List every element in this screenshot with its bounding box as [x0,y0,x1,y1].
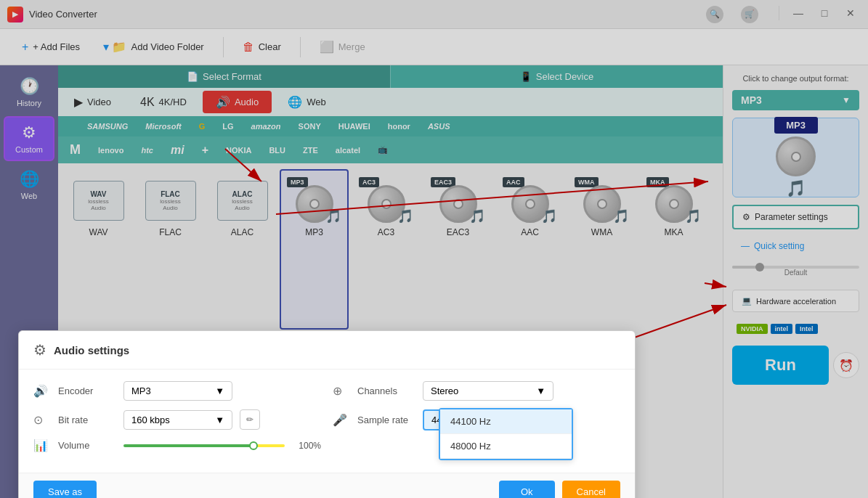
save-as-button[interactable]: Save as [33,481,97,498]
sample-rate-option-44100[interactable]: 44100 Hz [440,409,572,434]
encoder-label: Encoder [58,385,116,396]
modal-header: ⚙ Audio settings [19,331,635,370]
channels-value: Stereo [431,385,458,396]
cancel-button[interactable]: Cancel [562,481,620,498]
channels-arrow: ▼ [536,385,545,396]
encoder-row: 🔊 Encoder MP3 ▼ [33,381,321,401]
bitrate-arrow: ▼ [215,415,224,425]
channels-label: Channels [357,385,415,396]
modal-footer-right: Ok Cancel [499,481,620,498]
bitrate-row: ⊙ Bit rate 160 kbps ▼ ✏ [33,409,321,430]
encoder-arrow: ▼ [215,385,224,396]
encoder-icon: 🔊 [33,384,51,398]
volume-label: Volume [58,440,116,451]
volume-slider[interactable] [123,444,285,447]
bitrate-value: 160 kbps [131,415,170,425]
encoder-value: MP3 [131,385,151,396]
sample-rate-icon: 🎤 [333,413,350,427]
sample-rate-label: Sample rate [357,415,415,425]
volume-icon: 📊 [33,438,51,452]
channels-icon: ⊕ [333,384,350,398]
channels-select[interactable]: Stereo ▼ [423,381,553,401]
volume-thumb[interactable] [249,441,258,450]
ok-button[interactable]: Ok [499,481,555,498]
volume-row: 📊 Volume 100% [33,438,321,452]
sample-rate-dropdown: 44100 Hz 48000 Hz [439,408,573,460]
bitrate-select[interactable]: 160 kbps ▼ [123,410,232,430]
modal-footer: Save as Ok Cancel [19,473,635,498]
settings-left-col: 🔊 Encoder MP3 ▼ ⊙ Bit rate 160 kbps ▼ ✏ [33,381,321,461]
sample-rate-option-48000[interactable]: 48000 Hz [440,434,572,459]
volume-percent: 100% [292,441,321,451]
encoder-select[interactable]: MP3 ▼ [123,381,232,401]
audio-settings-icon: ⚙ [33,341,46,359]
bitrate-edit-button[interactable]: ✏ [240,409,260,430]
channels-row: ⊕ Channels Stereo ▼ [333,381,620,401]
bitrate-label: Bit rate [58,415,116,425]
bitrate-icon: ⊙ [33,413,51,427]
modal-title: Audio settings [54,344,129,356]
